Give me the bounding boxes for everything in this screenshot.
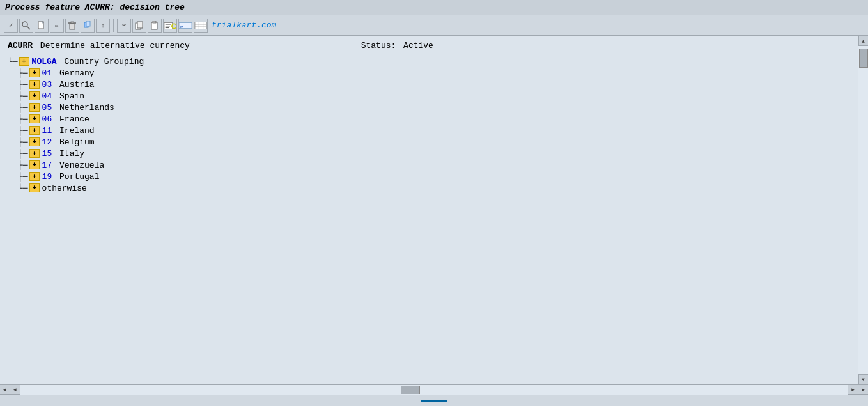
scroll-left2-btn[interactable]: ◄ (10, 385, 20, 395)
node-12-label: 12 Belgium (42, 137, 95, 147)
tree-node-05: ├─ 05 Netherlands (18, 102, 850, 113)
node-19-desc: Portugal (59, 172, 99, 182)
scroll-right-btn[interactable]: ► (848, 385, 858, 395)
svg-line-17 (176, 27, 176, 29)
toolbar-new-btn[interactable] (35, 19, 49, 33)
toolbar-find-btn[interactable] (163, 19, 177, 33)
toolbar-edit-btn[interactable]: ✏ (50, 19, 64, 33)
tree-line-03: ├─ (18, 80, 28, 90)
node-04-desc: Spain (59, 91, 84, 101)
tree-line-05: ├─ (18, 103, 28, 113)
tree-node-12: ├─ 12 Belgium (18, 136, 850, 148)
node-12-id: 12 (42, 137, 52, 147)
svg-rect-15 (166, 27, 169, 27)
node-19-id: 19 (42, 172, 52, 182)
node-05-label: 05 Netherlands (42, 103, 114, 113)
node-06-desc: France (59, 114, 89, 124)
toolbar-search-btn[interactable] (19, 19, 33, 33)
node-otherwise-desc: otherwise (42, 183, 87, 193)
tree-header: ACURR Determine alternative currency Sta… (8, 41, 850, 51)
node-06-label: 06 France (42, 114, 89, 124)
toolbar-check-btn[interactable]: ✓ (4, 19, 18, 33)
toolbar: ✓ ✏ ↕ ✂ ⇄ trialkart.com (0, 15, 868, 36)
tree-line-17: ├─ (18, 160, 28, 170)
toolbar-move-btn[interactable]: ↕ (96, 19, 110, 33)
scroll-track[interactable] (858, 46, 869, 374)
folder-icon-molga[interactable] (19, 57, 29, 66)
h-scroll-thumb[interactable] (401, 386, 420, 394)
node-15-id: 15 (42, 149, 52, 159)
node-05-desc: Netherlands (59, 103, 114, 113)
node-03-label: 03 Austria (42, 80, 95, 90)
node-otherwise-label: otherwise (42, 183, 87, 193)
svg-rect-7 (86, 21, 90, 26)
scroll-up-arrow[interactable]: ▲ (858, 36, 869, 46)
tree-node-11: ├─ 11 Ireland (18, 125, 850, 136)
tree-node-molga: └─ MOLGA Country Grouping (8, 56, 850, 67)
scroll-thumb[interactable] (859, 49, 868, 68)
node-04-id: 04 (42, 91, 52, 101)
vertical-scrollbar[interactable]: ▲ ▼ (858, 36, 868, 384)
scroll-right-btns: ► ► (848, 385, 868, 395)
node-03-desc: Austria (59, 80, 95, 90)
toolbar-cut-btn[interactable]: ✂ (117, 19, 131, 33)
folder-icon-15[interactable] (29, 149, 40, 158)
scroll-right2-btn[interactable]: ► (858, 385, 868, 395)
status-center (3, 400, 865, 402)
toolbar-separator-1 (113, 19, 114, 32)
scroll-down-arrow[interactable]: ▼ (858, 374, 869, 384)
node-15-desc: Italy (59, 149, 84, 159)
tree-node-01: ├─ 01 Germany (18, 67, 850, 79)
tree-node-15: ├─ 15 Italy (18, 148, 850, 159)
title-text: Process feature ACURR: decision tree (5, 3, 185, 12)
folder-icon-01[interactable] (29, 68, 40, 77)
toolbar-copy-btn[interactable] (132, 19, 146, 33)
svg-rect-14 (166, 26, 170, 26)
folder-icon-05[interactable] (29, 103, 40, 112)
content-area[interactable]: ACURR Determine alternative currency Sta… (0, 36, 858, 384)
folder-icon-19[interactable] (29, 172, 40, 181)
tree-line-06: ├─ (18, 114, 28, 124)
status-bar (0, 394, 868, 406)
folder-icon-03[interactable] (29, 80, 40, 89)
horizontal-scrollbar[interactable]: ◄ ◄ ► ► (0, 384, 868, 394)
tree-line-01: ├─ (18, 68, 28, 78)
tree-node-06: ├─ 06 France (18, 113, 850, 125)
node-01-desc: Germany (59, 68, 95, 78)
svg-rect-11 (153, 21, 156, 23)
toolbar-nav-btn[interactable]: ⇄ (178, 19, 192, 33)
tree-node-17: ├─ 17 Venezuela (18, 159, 850, 171)
svg-rect-10 (151, 22, 157, 29)
svg-rect-13 (166, 24, 171, 24)
svg-text:⇄: ⇄ (180, 24, 183, 29)
folder-icon-12[interactable] (29, 137, 40, 146)
folder-icon-06[interactable] (29, 114, 40, 123)
node-01-label: 01 Germany (42, 68, 95, 78)
svg-rect-5 (71, 22, 74, 23)
node-03-id: 03 (42, 80, 52, 90)
toolbar-watermark: trialkart.com (212, 20, 276, 30)
root-label: Determine alternative currency (40, 41, 195, 51)
tree-line-12: ├─ (18, 137, 28, 147)
node-11-desc: Ireland (59, 126, 95, 136)
node-11-id: 11 (42, 126, 52, 136)
main-area: ACURR Determine alternative currency Sta… (0, 36, 868, 384)
tree-node-19: ├─ 19 Portugal (18, 171, 850, 182)
molga-label: MOLGA Country Grouping (32, 57, 144, 66)
folder-icon-17[interactable] (29, 160, 40, 169)
toolbar-settings-btn[interactable] (81, 19, 95, 33)
svg-line-1 (27, 26, 30, 29)
node-11-label: 11 Ireland (42, 126, 95, 136)
tree-node-otherwise: └─ otherwise (18, 182, 850, 194)
root-id: ACURR (8, 41, 33, 51)
folder-icon-11[interactable] (29, 126, 40, 135)
status-value: Active (403, 41, 433, 51)
folder-icon-otherwise[interactable] (29, 183, 40, 192)
tree-node-04: ├─ 04 Spain (18, 90, 850, 102)
h-scroll-track[interactable] (20, 385, 848, 395)
toolbar-grid-btn[interactable] (194, 19, 208, 33)
toolbar-delete-btn[interactable] (65, 19, 79, 33)
toolbar-paste-btn[interactable] (148, 19, 162, 33)
folder-icon-04[interactable] (29, 91, 40, 100)
scroll-left-btn[interactable]: ◄ (0, 385, 10, 395)
